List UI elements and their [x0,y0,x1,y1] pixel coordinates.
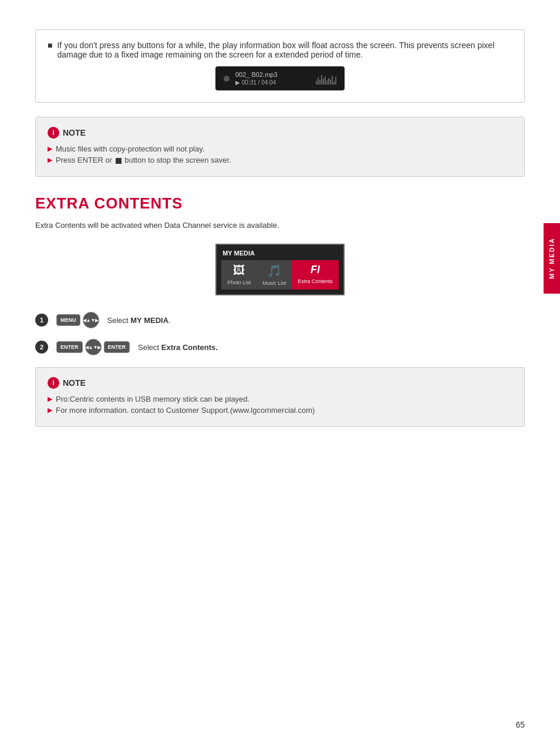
note-box-1: i NOTE ▶ Music files with copy-protectio… [35,117,525,177]
steps-container: 1 MENU ◀▲▼▶ Select MY MEDIA. 2 ENTER ◀▲▼… [35,312,525,355]
player-widget: 002_ B02.mp3 ▶ 00:31 / 04:04 [215,66,345,90]
nav-arrows-2[interactable]: ◀▲▼▶ [85,339,102,355]
note-box-2: i NOTE ▶ Pro:Centric contents in USB mem… [35,367,525,427]
note-text-2-1: Pro:Centric contents in USB memory stick… [56,395,249,403]
step-text-2: Select Extra Contents. [138,343,218,352]
sidebar-label: MY MEDIA [548,238,555,280]
arrow-icon-1: ▶ [48,145,52,153]
waveform-icon [316,73,336,85]
photo-icon: 🖼 [233,264,245,277]
note-icon-2: i [48,377,59,389]
arrow-icon-2: ▶ [48,156,52,164]
section-title: EXTRA CONTENTS [35,194,525,213]
note-text-2-2: For more information. contact to Custome… [56,406,315,415]
extra-icon: FI [311,264,320,276]
page-number: 65 [515,720,525,729]
step-number-2: 2 [35,341,48,354]
note-text-1-2: Press ENTER or button to stop the screen… [56,156,231,164]
step-number-1: 1 [35,314,48,327]
arrow-icon-4: ▶ [48,406,52,414]
note-icon-1: i [48,127,59,139]
step-text-1: Select MY MEDIA. [107,316,171,325]
step-row-1: 1 MENU ◀▲▼▶ Select MY MEDIA. [35,312,525,328]
player-filename: 002_ B02.mp3 [235,71,310,78]
info-box-text: If you don't press any buttons for a whi… [57,41,512,59]
menu-button[interactable]: MENU [56,314,80,326]
step-row-2: 2 ENTER ◀▲▼▶ ENTER Select Extra Contents… [35,339,525,355]
media-icon-music[interactable]: 🎵 Music List [257,260,292,290]
media-mockup: MY MEDIA 🖼 Photo List 🎵 Music List FI Ex… [35,244,525,295]
page-container: MY MEDIA ■ If you don't press any button… [0,0,560,747]
enter-button-2[interactable]: ENTER [104,341,130,353]
section-subtitle: Extra Contents will be activated when Da… [35,221,525,230]
music-icon: 🎵 [267,264,282,278]
media-widget-title: MY MEDIA [221,250,339,257]
nav-arrows-1[interactable]: ◀▲▼▶ [83,312,99,328]
player-info: 002_ B02.mp3 ▶ 00:31 / 04:04 [235,71,310,86]
extra-label: Extra Contents [298,278,333,284]
media-icons-row: 🖼 Photo List 🎵 Music List FI Extra Conte… [221,260,339,290]
note-item-2-2: ▶ For more information. contact to Custo… [48,406,512,415]
media-icon-photo[interactable]: 🖼 Photo List [221,260,257,290]
media-widget: MY MEDIA 🖼 Photo List 🎵 Music List FI Ex… [215,244,345,295]
player-time: ▶ 00:31 / 04:04 [235,79,310,86]
note-title-2: NOTE [63,378,86,388]
note-header-2: i NOTE [48,377,512,389]
player-dot-icon [224,76,230,82]
enter-button-1[interactable]: ENTER [56,341,83,353]
info-box: ■ If you don't press any buttons for a w… [35,29,525,103]
player-mockup: 002_ B02.mp3 ▶ 00:31 / 04:04 [48,66,512,90]
note-item-1-2: ▶ Press ENTER or button to stop the scre… [48,156,512,164]
step-buttons-1: MENU ◀▲▼▶ [56,312,99,328]
note-header-1: i NOTE [48,127,512,139]
stop-icon [116,158,122,164]
note-text-1-1: Music files with copy-protection will no… [56,144,204,153]
music-label: Music List [262,280,286,286]
note-item-1-1: ▶ Music files with copy-protection will … [48,144,512,153]
bullet-icon: ■ [48,41,52,50]
photo-label: Photo List [227,280,251,285]
media-icon-extra[interactable]: FI Extra Contents [292,260,339,290]
arrow-icon-3: ▶ [48,395,52,403]
sidebar-tab: MY MEDIA [544,223,560,294]
note-title-1: NOTE [63,128,86,137]
note-item-2-1: ▶ Pro:Centric contents in USB memory sti… [48,395,512,403]
step-buttons-2: ENTER ◀▲▼▶ ENTER [56,339,130,355]
